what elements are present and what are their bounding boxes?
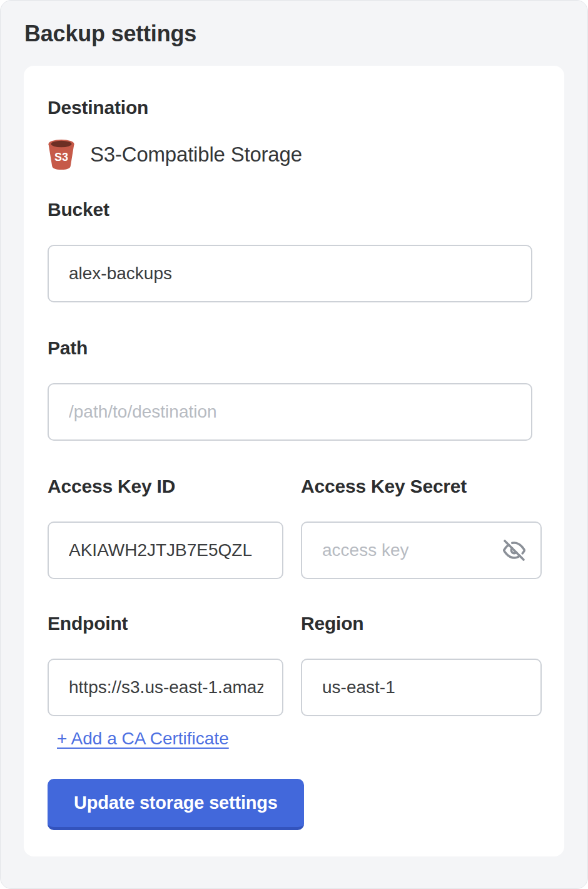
path-input[interactable] [48, 383, 532, 441]
toggle-secret-visibility-button[interactable] [502, 538, 527, 563]
access-key-secret-field: Access Key Secret [301, 476, 542, 579]
access-key-id-field: Access Key ID [48, 476, 283, 579]
access-key-id-label: Access Key ID [48, 476, 283, 496]
region-label: Region [301, 613, 542, 634]
endpoint-input[interactable] [48, 659, 283, 716]
endpoint-label: Endpoint [48, 613, 283, 634]
path-label: Path [48, 337, 540, 358]
backup-settings-page: Backup settings Destination S3 S3-Compat… [0, 0, 588, 889]
region-input[interactable] [301, 659, 542, 716]
page-title: Backup settings [24, 21, 587, 47]
settings-card: Destination S3 S3-Compatible Storage Buc… [24, 66, 564, 856]
path-field: Path [48, 337, 540, 441]
s3-bucket-icon: S3 [48, 139, 75, 170]
add-ca-certificate-link[interactable]: + Add a CA Certificate [57, 729, 229, 749]
access-keys-row: Access Key ID Access Key Secret [48, 476, 540, 579]
access-key-id-input[interactable] [48, 522, 283, 579]
update-storage-settings-button[interactable]: Update storage settings [48, 779, 304, 830]
destination-value: S3-Compatible Storage [90, 143, 302, 167]
endpoint-region-row: Endpoint Region [48, 613, 540, 716]
bucket-field: Bucket [48, 199, 540, 302]
bucket-label: Bucket [48, 199, 540, 220]
region-field: Region [301, 613, 542, 716]
destination-value-row: S3 S3-Compatible Storage [48, 139, 540, 170]
svg-text:S3: S3 [54, 151, 68, 163]
bucket-input[interactable] [48, 245, 532, 302]
endpoint-field: Endpoint [48, 613, 283, 716]
access-key-secret-input-wrap [301, 522, 542, 579]
eye-off-icon [503, 539, 525, 562]
access-key-secret-label: Access Key Secret [301, 476, 542, 496]
destination-label: Destination [48, 97, 540, 118]
destination-section: Destination S3 S3-Compatible Storage [48, 97, 540, 170]
